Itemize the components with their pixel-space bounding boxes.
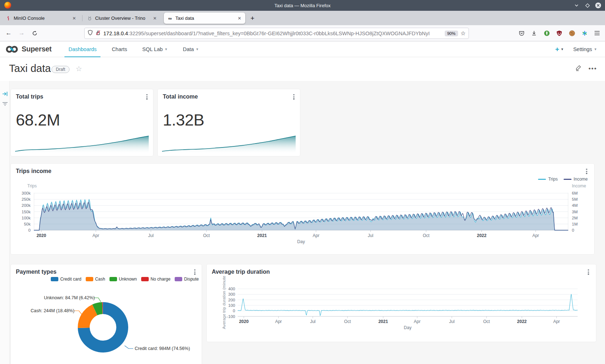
tab-close-icon[interactable]: ✕ (152, 16, 157, 21)
tab-label: Cluster Overview - Trino (95, 15, 150, 21)
url-bar[interactable]: 172.18.0.4:32295/superset/dashboard/1/?n… (84, 28, 469, 39)
page-title: Taxi data (9, 63, 51, 74)
tab-close-icon[interactable]: ✕ (72, 16, 77, 21)
chevron-down-icon: ▼ (561, 47, 564, 51)
svg-text:100: 100 (228, 303, 235, 308)
nav-item-sql-lab[interactable]: SQL Lab ▼ (135, 41, 175, 57)
cookie-extension-icon[interactable] (567, 28, 577, 38)
nav-item-dashboards[interactable]: Dashboards (61, 41, 104, 57)
donut-callout-unknown: Unknown: 84.7M (6.42%) (44, 295, 94, 300)
svg-text:1M: 1M (572, 222, 578, 226)
window-maximize-button[interactable] (584, 2, 591, 9)
svg-text:50k: 50k (24, 222, 31, 226)
donut-callout-cash: Cash: 244M (18.48%) (31, 308, 73, 313)
browser-toolbar: ← → 172.18.0.4:32295/superset/dashboard/… (0, 25, 605, 41)
svg-text:Oct: Oct (203, 233, 210, 238)
dashboard-actions: ••• (575, 64, 597, 73)
nav-label: SQL Lab (142, 46, 163, 52)
filters-funnel-icon[interactable] (2, 101, 8, 107)
plus-icon: + (555, 45, 559, 53)
url-host: 172.18.0.4 (103, 31, 128, 36)
tab-minio-console[interactable]: MinIO Console ✕ (2, 13, 80, 24)
avg-trip-duration-chart[interactable]: 4003002001000-1002020AprJulOct2021AprJul… (207, 264, 596, 342)
more-options-icon[interactable]: ••• (588, 65, 597, 72)
svg-text:150k: 150k (22, 210, 31, 214)
chevron-down-icon: ▼ (196, 47, 199, 51)
superset-favicon: ∞ (167, 15, 173, 21)
ublock-icon[interactable] (554, 28, 564, 38)
svg-text:Apr: Apr (532, 233, 539, 238)
extension-green-icon[interactable] (542, 28, 552, 38)
svg-text:4M: 4M (572, 203, 578, 208)
expand-filter-bar-icon[interactable] (2, 91, 8, 97)
tab-close-icon[interactable]: ✕ (237, 16, 242, 21)
multicolor-extension-icon[interactable] (579, 28, 590, 38)
favorite-star-icon[interactable]: ☆ (76, 64, 82, 73)
window-controls (573, 0, 601, 11)
chart-title: Total trips (16, 94, 43, 100)
svg-text:2021: 2021 (378, 319, 388, 324)
reload-button[interactable] (30, 28, 40, 38)
app-nav-right: + ▼ Settings ▼ (555, 45, 597, 53)
svg-text:Average trip duration (minute: Average trip duration (minute (222, 276, 226, 329)
settings-menu[interactable]: Settings ▼ (573, 46, 597, 52)
svg-text:250k: 250k (22, 197, 31, 201)
toolbar-extensions (516, 28, 602, 38)
back-button[interactable]: ← (4, 28, 14, 38)
chart-card-payment-types: Payment types Credit cardCashUnknownNo c… (11, 264, 202, 364)
chart-menu-kebab-icon[interactable] (144, 94, 149, 100)
tab-taxi-data[interactable]: ∞ Taxi data ✕ (164, 13, 245, 24)
insecure-lock-icon[interactable] (95, 30, 101, 37)
svg-text:5M: 5M (572, 197, 578, 201)
sparkline-chart[interactable] (162, 135, 296, 155)
chart-menu-kebab-icon[interactable] (291, 94, 296, 100)
status-badge: Draft (51, 66, 70, 73)
big-number-value: 1.32B (163, 111, 204, 129)
svg-text:Jul: Jul (310, 319, 315, 324)
new-tab-button[interactable]: + (248, 14, 257, 23)
tab-label: Taxi data (175, 15, 234, 21)
svg-text:100k: 100k (22, 216, 31, 220)
svg-text:3M: 3M (572, 210, 578, 214)
collapsed-filter-bar (0, 81, 10, 364)
zoom-level-badge[interactable]: 90% (445, 31, 458, 36)
sparkline-chart[interactable] (15, 135, 149, 155)
chart-card-avg-trip-duration: Average trip duration 4003002001000-1002… (207, 264, 596, 342)
svg-text:Day: Day (404, 325, 411, 330)
url-text[interactable]: 172.18.0.4:32295/superset/dashboard/1/?n… (103, 31, 442, 36)
dashboard-header: Taxi data Draft ☆ ••• (0, 57, 605, 81)
tab-trino[interactable]: Cluster Overview - Trino ✕ (84, 13, 161, 24)
window-close-button[interactable] (595, 2, 601, 9)
chart-card-total-income: Total income 1.32B (158, 89, 300, 156)
brand-name: Superset (22, 45, 51, 53)
menu-icon[interactable] (592, 28, 602, 38)
forward-button[interactable]: → (17, 28, 27, 38)
edit-pencil-icon[interactable] (575, 64, 582, 73)
shield-icon[interactable] (88, 30, 93, 37)
superset-logo[interactable]: Superset (5, 45, 51, 54)
add-new-button[interactable]: + ▼ (555, 45, 564, 53)
svg-text:2020: 2020 (36, 233, 46, 238)
pocket-icon[interactable] (516, 28, 526, 38)
svg-text:Oct: Oct (483, 319, 490, 324)
screen: Taxi data — Mozilla Firefox MinIO Consol… (0, 0, 605, 364)
nav-label: Data (183, 46, 194, 52)
nav-item-data[interactable]: Data ▼ (175, 41, 207, 57)
download-icon[interactable] (529, 28, 539, 38)
minio-favicon (5, 15, 11, 21)
tab-separator (82, 15, 82, 21)
nav-item-charts[interactable]: Charts (104, 41, 135, 57)
svg-text:Apr: Apr (275, 319, 282, 324)
svg-text:Jul: Jul (148, 233, 153, 238)
dashboard-body: Total trips 68.2M Total income 1.32B Tri… (0, 81, 605, 364)
svg-text:Income: Income (572, 183, 586, 188)
superset-navbar: Superset Dashboards Charts SQL Lab ▼ Dat… (0, 41, 605, 57)
bookmark-star-icon[interactable]: ☆ (461, 30, 466, 37)
window-minimize-button[interactable] (573, 2, 580, 9)
trino-favicon (87, 15, 93, 21)
trips-income-chart[interactable]: 300k6M250k5M200k4M150k3M100k2M50k1M00Tri… (11, 164, 594, 254)
svg-text:0: 0 (572, 228, 574, 232)
svg-text:300: 300 (228, 292, 235, 296)
svg-text:Apr: Apr (553, 319, 560, 324)
chart-title: Total income (163, 94, 198, 100)
